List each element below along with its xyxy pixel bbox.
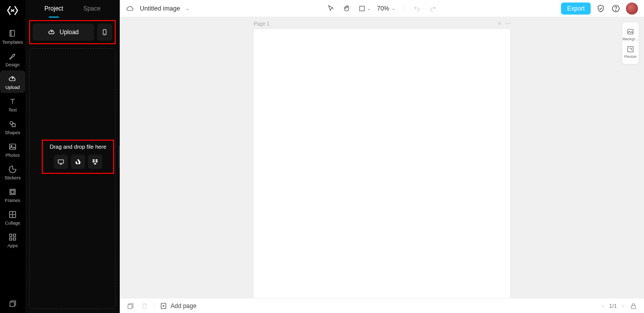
help-icon: [611, 4, 620, 13]
add-page-label: Add page: [171, 302, 196, 309]
source-google-drive-button[interactable]: [71, 155, 85, 169]
user-avatar[interactable]: [626, 3, 638, 15]
cursor-icon: [327, 5, 335, 13]
stickers-icon: [8, 165, 17, 174]
upload-button-label: Upload: [59, 29, 78, 36]
divider: [404, 5, 404, 13]
add-page-icon: [159, 302, 168, 310]
svg-rect-0: [10, 30, 15, 36]
source-dropbox-button[interactable]: [88, 155, 102, 169]
zoom-value: 70%: [377, 5, 389, 12]
rail-shapes[interactable]: Shapes: [0, 116, 25, 138]
delete-page-button[interactable]: [140, 301, 149, 310]
tab-space[interactable]: Space: [84, 0, 101, 17]
rail-apps[interactable]: Apps: [0, 229, 25, 251]
undo-button[interactable]: [412, 4, 422, 14]
drop-sources: [54, 155, 102, 169]
svg-rect-12: [10, 302, 15, 306]
tab-project[interactable]: Project: [44, 0, 63, 17]
divider: [154, 302, 154, 309]
upload-button[interactable]: Upload: [33, 24, 94, 41]
dock-label: Backgr...: [622, 37, 638, 41]
rail-templates[interactable]: Templates: [0, 25, 25, 48]
trash-icon: [140, 302, 148, 310]
svg-rect-6: [11, 190, 14, 193]
collage-icon: [8, 210, 17, 219]
svg-point-17: [615, 10, 616, 11]
select-tool-button[interactable]: [326, 4, 336, 14]
rail-label: Shapes: [5, 130, 21, 135]
chevron-right-icon: ›: [622, 302, 624, 309]
canvas-page[interactable]: Page 1 ✧ ⋯: [254, 29, 510, 298]
design-icon: [8, 52, 17, 61]
left-rail: Templates Design Upload Text Shapes Phot…: [0, 0, 25, 313]
templates-icon: [8, 29, 17, 38]
svg-rect-11: [14, 238, 16, 241]
prev-page-button[interactable]: ‹: [602, 302, 604, 309]
page-options-button[interactable]: ✧: [497, 20, 502, 27]
svg-rect-20: [128, 304, 132, 308]
main-area: Untitled image ⌄ ⌄ 70% ⌄: [120, 0, 644, 313]
canvas-area[interactable]: Page 1 ✧ ⋯ Backgr... Resize: [120, 17, 644, 298]
side-panel: Project Space Upload Drag and drop file …: [25, 0, 120, 313]
svg-rect-3: [10, 144, 16, 150]
rail-upload[interactable]: Upload: [0, 70, 25, 93]
monitor-icon: [57, 158, 64, 165]
frames-icon: [8, 187, 17, 196]
rail-label: Photos: [6, 153, 20, 158]
svg-rect-5: [10, 189, 16, 195]
rail-label: Text: [9, 108, 17, 113]
dock-label: Resize: [624, 54, 636, 59]
rail-text[interactable]: Text: [0, 93, 25, 116]
svg-rect-8: [10, 234, 12, 237]
resize-button[interactable]: Resize: [622, 43, 638, 61]
resize-icon: [626, 45, 634, 53]
chevron-down-icon: ⌄: [185, 5, 190, 11]
next-page-button[interactable]: ›: [622, 302, 624, 309]
rail-label: Design: [6, 62, 20, 67]
rail-stickers[interactable]: Stickers: [0, 161, 25, 183]
redo-button[interactable]: [428, 4, 438, 14]
source-device-button[interactable]: [54, 155, 68, 169]
cloud-sync-icon[interactable]: [126, 4, 135, 13]
add-page-button[interactable]: Add page: [159, 302, 196, 310]
crop-tool-button[interactable]: ⌄: [358, 4, 371, 14]
crop-icon: [358, 5, 366, 13]
shapes-icon: [8, 120, 17, 129]
page-label: Page 1: [254, 21, 270, 27]
hand-tool-button[interactable]: [342, 4, 352, 14]
panel-tabs: Project Space: [25, 0, 120, 17]
help-button[interactable]: [611, 4, 621, 14]
rail-collage[interactable]: Collage: [0, 206, 25, 229]
lock-icon: [629, 302, 637, 310]
layers-icon: [126, 302, 134, 310]
rail-design[interactable]: Design: [0, 48, 25, 70]
hand-icon: [343, 5, 351, 13]
right-dock: Backgr... Resize: [622, 22, 639, 64]
app-logo[interactable]: [6, 4, 19, 17]
bottom-bar: Add page ‹ 1/1 ›: [120, 298, 644, 313]
rail-layers-button[interactable]: [8, 299, 17, 308]
document-title[interactable]: Untitled image: [140, 5, 180, 12]
svg-rect-19: [628, 47, 633, 52]
title-dropdown-button[interactable]: ⌄: [185, 5, 190, 12]
upload-from-phone-button[interactable]: [97, 24, 112, 41]
rail-label: Upload: [6, 85, 20, 90]
page-more-button[interactable]: ⋯: [505, 20, 511, 27]
image-icon: [626, 28, 634, 36]
rail-photos[interactable]: Photos: [0, 138, 25, 161]
lock-button[interactable]: [629, 301, 638, 310]
history-button[interactable]: [596, 4, 606, 14]
zoom-level-dropdown[interactable]: 70% ⌄: [377, 5, 395, 12]
pages-overview-button[interactable]: [126, 301, 135, 310]
drop-text: Drag and drop file here: [50, 144, 107, 150]
svg-rect-14: [58, 160, 64, 163]
drop-box-highlight: Drag and drop file here: [42, 140, 114, 174]
svg-rect-22: [631, 305, 635, 308]
rail-frames[interactable]: Frames: [0, 183, 25, 206]
undo-icon: [413, 5, 421, 13]
export-button[interactable]: Export: [561, 3, 591, 15]
upload-dropzone[interactable]: Drag and drop file here: [29, 48, 116, 309]
background-button[interactable]: Backgr...: [622, 26, 638, 43]
svg-rect-9: [14, 234, 16, 237]
